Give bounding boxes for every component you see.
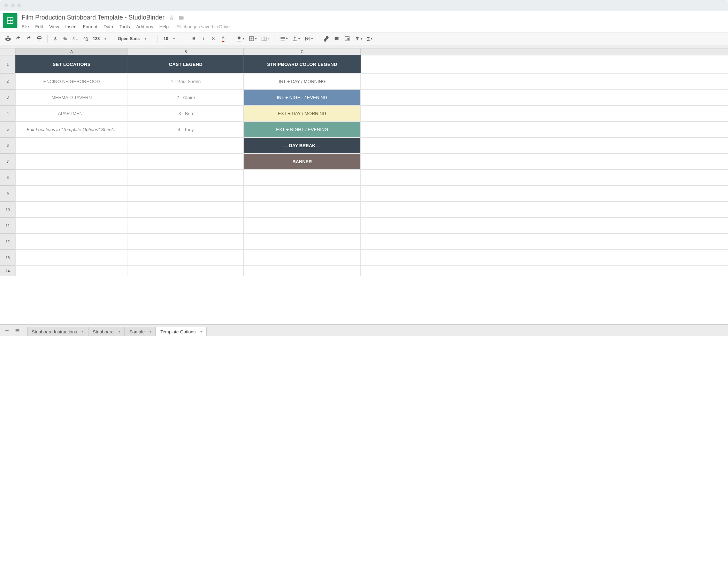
- column-header-B[interactable]: B: [128, 48, 244, 55]
- cell-D1[interactable]: [361, 55, 728, 73]
- cell-D11[interactable]: [361, 218, 728, 234]
- cell-D13[interactable]: [361, 250, 728, 266]
- italic-button[interactable]: I: [199, 34, 208, 43]
- cell-D12[interactable]: [361, 234, 728, 250]
- chevron-down-icon[interactable]: ▾: [150, 330, 151, 333]
- print-button[interactable]: [3, 34, 13, 43]
- cell-A13[interactable]: [15, 250, 128, 266]
- cell-B12[interactable]: [128, 234, 244, 250]
- cell-A9[interactable]: [15, 186, 128, 202]
- cell-A12[interactable]: [15, 234, 128, 250]
- cell-A14[interactable]: [15, 266, 128, 276]
- row-header-11[interactable]: 11: [0, 218, 15, 234]
- cell-C10[interactable]: [244, 202, 361, 218]
- redo-button[interactable]: [24, 34, 33, 43]
- cell-C12[interactable]: [244, 234, 361, 250]
- text-wrap-button[interactable]: ▾: [303, 34, 314, 43]
- menu-tools[interactable]: Tools: [119, 24, 130, 29]
- merge-cells-button[interactable]: ▾: [260, 34, 271, 43]
- cell-B5[interactable]: 4 - Tony: [128, 121, 244, 137]
- row-header-4[interactable]: 4: [0, 105, 15, 121]
- cell-D7[interactable]: [361, 153, 728, 169]
- cell-B7[interactable]: [128, 153, 244, 169]
- cell-C14[interactable]: [244, 266, 361, 276]
- cell-C7[interactable]: BANNER: [244, 153, 361, 169]
- vertical-align-button[interactable]: ▾: [291, 34, 301, 43]
- menu-addons[interactable]: Add-ons: [136, 24, 153, 29]
- cell-D8[interactable]: [361, 169, 728, 186]
- menu-data[interactable]: Data: [104, 24, 113, 29]
- insert-comment-button[interactable]: [332, 34, 341, 43]
- strikethrough-button[interactable]: S: [209, 34, 217, 43]
- row-header-14[interactable]: 14: [0, 266, 15, 276]
- chevron-down-icon[interactable]: ▾: [118, 330, 120, 333]
- cell-C9[interactable]: [244, 186, 361, 202]
- row-header-1[interactable]: 1: [0, 55, 15, 73]
- row-header-3[interactable]: 3: [0, 89, 15, 105]
- cell-D9[interactable]: [361, 186, 728, 202]
- cell-D4[interactable]: [361, 105, 728, 121]
- cell-C2[interactable]: INT + DAY / MORNING: [244, 73, 361, 89]
- cell-C5[interactable]: EXT + NIGHT / EVENING: [244, 121, 361, 137]
- cell-B8[interactable]: [128, 169, 244, 186]
- cell-C6[interactable]: — DAY BREAK —: [244, 137, 361, 153]
- fill-color-button[interactable]: ▾: [235, 34, 246, 43]
- row-header-6[interactable]: 6: [0, 137, 15, 153]
- menu-edit[interactable]: Edit: [35, 24, 43, 29]
- chevron-down-icon[interactable]: ▾: [200, 330, 202, 333]
- filter-button[interactable]: ▾: [353, 34, 364, 43]
- cell-C4[interactable]: EXT + DAY / MORNING: [244, 105, 361, 121]
- cell-B10[interactable]: [128, 202, 244, 218]
- chevron-down-icon[interactable]: ▾: [82, 330, 84, 333]
- sheet-tab-3[interactable]: Template Options▾: [156, 327, 207, 337]
- cell-B9[interactable]: [128, 186, 244, 202]
- cell-C11[interactable]: [244, 218, 361, 234]
- undo-button[interactable]: [14, 34, 23, 43]
- add-sheet-button[interactable]: [3, 326, 11, 335]
- cell-B4[interactable]: 3 - Ben: [128, 105, 244, 121]
- traffic-light-close[interactable]: [4, 3, 8, 7]
- cell-A11[interactable]: [15, 218, 128, 234]
- horizontal-align-button[interactable]: ▾: [278, 34, 289, 43]
- paint-format-button[interactable]: [35, 34, 44, 43]
- cell-C13[interactable]: [244, 250, 361, 266]
- cell-A7[interactable]: [15, 153, 128, 169]
- cell-D2[interactable]: [361, 73, 728, 89]
- cell-C1[interactable]: STRIPBOARD COLOR LEGEND: [244, 55, 361, 73]
- cell-C3[interactable]: INT + NIGHT / EVENING: [244, 89, 361, 105]
- cell-C8[interactable]: [244, 169, 361, 186]
- sheet-tab-1[interactable]: Stripboard▾: [88, 327, 125, 337]
- traffic-light-minimize[interactable]: [11, 3, 15, 7]
- row-header-7[interactable]: 7: [0, 153, 15, 169]
- cell-B2[interactable]: 1 - Paul Sheen: [128, 73, 244, 89]
- cell-A4[interactable]: APARTMENT: [15, 105, 128, 121]
- cell-D3[interactable]: [361, 89, 728, 105]
- menu-view[interactable]: View: [49, 24, 59, 29]
- row-header-10[interactable]: 10: [0, 202, 15, 218]
- cell-B11[interactable]: [128, 218, 244, 234]
- cell-B3[interactable]: 2 - Claire: [128, 89, 244, 105]
- spreadsheet-grid[interactable]: ABC1SET LOCATIONSCAST LEGENDSTRIPBOARD C…: [0, 48, 728, 276]
- row-header-12[interactable]: 12: [0, 234, 15, 250]
- traffic-light-zoom[interactable]: [17, 3, 21, 7]
- cell-A5[interactable]: Edit Locations in "Template Options" She…: [15, 121, 128, 137]
- row-header-8[interactable]: 8: [0, 169, 15, 186]
- sheet-tab-0[interactable]: Stripboard Instructions▾: [27, 327, 88, 337]
- all-sheets-button[interactable]: [13, 326, 22, 335]
- cell-D14[interactable]: [361, 266, 728, 276]
- increase-decimal-button[interactable]: .00: [81, 34, 89, 43]
- percent-format-button[interactable]: %: [61, 34, 69, 43]
- functions-button[interactable]: Σ▾: [365, 34, 374, 43]
- insert-link-button[interactable]: [322, 34, 331, 43]
- cell-B13[interactable]: [128, 250, 244, 266]
- cell-A8[interactable]: [15, 169, 128, 186]
- currency-format-button[interactable]: $: [51, 34, 60, 43]
- document-title[interactable]: Film Production Stripboard Template - St…: [22, 13, 164, 22]
- insert-chart-button[interactable]: [343, 34, 352, 43]
- sheets-logo[interactable]: [3, 13, 17, 28]
- folder-icon[interactable]: [178, 15, 184, 21]
- cell-A6[interactable]: [15, 137, 128, 153]
- row-header-5[interactable]: 5: [0, 121, 15, 137]
- font-size-select[interactable]: 10▾: [161, 34, 182, 43]
- cell-B1[interactable]: CAST LEGEND: [128, 55, 244, 73]
